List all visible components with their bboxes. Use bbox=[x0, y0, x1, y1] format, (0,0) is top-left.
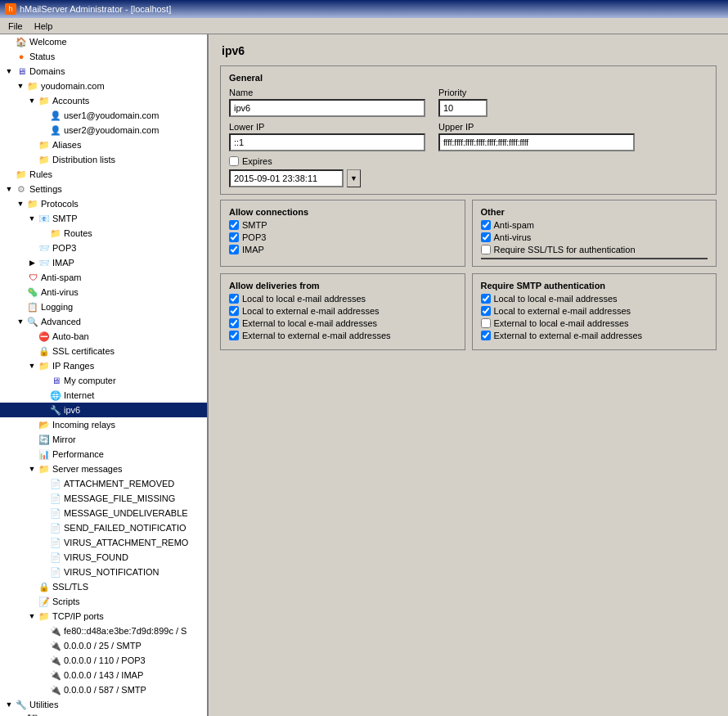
tree-node-imap[interactable]: ▶ 📨 IMAP bbox=[0, 255, 207, 270]
upper-ip-input[interactable] bbox=[438, 133, 635, 151]
req-ext-local-checkbox[interactable] bbox=[481, 318, 491, 328]
tree-node-settings[interactable]: ▼ ⚙ Settings bbox=[0, 182, 207, 196]
tree-node-pop3[interactable]: 📨 POP3 bbox=[0, 241, 207, 255]
tree-node-port2[interactable]: 🔌 0.0.0.0 / 25 / SMTP bbox=[0, 638, 207, 653]
tree-node-port3[interactable]: 🔌 0.0.0.0 / 110 / POP3 bbox=[0, 653, 207, 668]
tree-node-backup[interactable]: 💾 Backup bbox=[0, 712, 207, 716]
tree-node-ssl[interactable]: 🔒 SSL/TLS bbox=[0, 579, 207, 594]
content-panel: ipv6 General Name Priority bbox=[209, 34, 728, 716]
expand-settings[interactable]: ▼ bbox=[3, 185, 15, 193]
require-ssl-checkbox[interactable] bbox=[481, 245, 491, 254]
expand-advanced[interactable]: ▼ bbox=[15, 317, 26, 326]
expand-tcpports[interactable]: ▼ bbox=[26, 612, 38, 620]
deliver-ext-local-checkbox[interactable] bbox=[229, 318, 239, 328]
tcpports-icon: 📁 bbox=[38, 610, 51, 623]
label-autoban: Auto-ban bbox=[52, 331, 89, 341]
content-header: ipv6 bbox=[212, 38, 725, 61]
pop3-checkbox[interactable] bbox=[229, 232, 239, 242]
expand-send-fail bbox=[38, 524, 49, 532]
req-local-local-checkbox[interactable] bbox=[481, 294, 491, 304]
tree-node-smtp[interactable]: ▼ 📧 SMTP bbox=[0, 211, 207, 226]
antispam-checkbox[interactable] bbox=[481, 220, 491, 230]
expires-checkbox[interactable] bbox=[229, 156, 239, 166]
tree-node-virus-notif[interactable]: 📄 VIRUS_NOTIFICATION bbox=[0, 565, 207, 579]
deliver-ext-ext-checkbox[interactable] bbox=[229, 331, 239, 340]
tree-node-accounts[interactable]: ▼ 📁 Accounts bbox=[0, 93, 207, 108]
expand-imap[interactable]: ▶ bbox=[26, 259, 38, 267]
tree-node-port5[interactable]: 🔌 0.0.0.0 / 587 / SMTP bbox=[0, 682, 207, 697]
menu-file[interactable]: File bbox=[3, 20, 28, 32]
datetime-input[interactable] bbox=[229, 169, 344, 187]
tree-node-mirror[interactable]: 🔄 Mirror bbox=[0, 432, 207, 447]
tree-node-tcpports[interactable]: ▼ 📁 TCP/IP ports bbox=[0, 609, 207, 624]
tree-node-antispam[interactable]: 🛡 Anti-spam bbox=[0, 270, 207, 285]
tree-node-servermsg[interactable]: ▼ 📁 Server messages bbox=[0, 462, 207, 476]
tree-node-protocols[interactable]: ▼ 📁 Protocols bbox=[0, 196, 207, 211]
datetime-picker-button[interactable]: ▼ bbox=[347, 169, 361, 187]
tree-node-utilities[interactable]: ▼ 🔧 Utilities bbox=[0, 697, 207, 712]
tree-node-welcome[interactable]: 🏠 Welcome bbox=[0, 34, 207, 49]
tree-node-routes[interactable]: 📁 Routes bbox=[0, 226, 207, 241]
expand-port5 bbox=[38, 686, 49, 694]
tree-node-youdomain[interactable]: ▼ 📁 youdomain.com bbox=[0, 79, 207, 93]
tree-node-ipranges[interactable]: ▼ 📁 IP Ranges bbox=[0, 358, 207, 373]
tree-node-att-removed[interactable]: 📄 ATTACHMENT_REMOVED bbox=[0, 476, 207, 491]
tree-node-rules[interactable]: 📁 Rules bbox=[0, 167, 207, 182]
label-msg-undel: MESSAGE_UNDELIVERABLE bbox=[64, 508, 188, 518]
expand-smtp[interactable]: ▼ bbox=[26, 214, 38, 223]
tree-node-virus-found[interactable]: 📄 VIRUS_FOUND bbox=[0, 550, 207, 565]
expand-accounts[interactable]: ▼ bbox=[26, 97, 38, 105]
tree-node-msg-undel[interactable]: 📄 MESSAGE_UNDELIVERABLE bbox=[0, 506, 207, 520]
tree-node-user1[interactable]: 👤 user1@youdomain.com bbox=[0, 108, 207, 123]
ipv6-icon: 🔧 bbox=[49, 403, 62, 417]
tree-node-advanced[interactable]: ▼ 🔍 Advanced bbox=[0, 314, 207, 329]
req-ext-ext-checkbox[interactable] bbox=[481, 331, 491, 340]
deliver-local-local-label: Local to local e-mail addresses bbox=[242, 294, 366, 304]
tree-node-user2[interactable]: 👤 user2@youdomain.com bbox=[0, 123, 207, 137]
tree-node-antivirus[interactable]: 🦠 Anti-virus bbox=[0, 285, 207, 299]
tree-node-logging[interactable]: 📋 Logging bbox=[0, 299, 207, 314]
tree-node-msg-missing[interactable]: 📄 MESSAGE_FILE_MISSING bbox=[0, 491, 207, 506]
imap-checkbox[interactable] bbox=[229, 245, 239, 254]
expand-servermsg[interactable]: ▼ bbox=[26, 465, 38, 473]
name-input[interactable] bbox=[229, 99, 425, 117]
tree-node-ipv6[interactable]: 🔧 ipv6 bbox=[0, 403, 207, 417]
tree-node-distlists[interactable]: 📁 Distribution lists bbox=[0, 152, 207, 167]
tree-node-sslcerts[interactable]: 🔒 SSL certificates bbox=[0, 344, 207, 358]
tree-node-aliases[interactable]: 📁 Aliases bbox=[0, 137, 207, 152]
tree-node-internet[interactable]: 🌐 Internet bbox=[0, 388, 207, 403]
req-local-ext-checkbox[interactable] bbox=[481, 306, 491, 316]
expand-ipranges[interactable]: ▼ bbox=[26, 362, 38, 370]
port4-icon: 🔌 bbox=[49, 669, 62, 682]
tree-node-increlays[interactable]: 📂 Incoming relays bbox=[0, 417, 207, 432]
tree-node-status[interactable]: ● Status bbox=[0, 49, 207, 64]
accounts-icon: 📁 bbox=[38, 94, 51, 107]
expand-protocols[interactable]: ▼ bbox=[15, 200, 26, 208]
expand-domains[interactable]: ▼ bbox=[3, 67, 15, 75]
antivirus-checkbox[interactable] bbox=[481, 232, 491, 242]
require-smtp-title: Require SMTP authentication bbox=[481, 281, 708, 290]
expand-utilities[interactable]: ▼ bbox=[3, 700, 15, 709]
tree-node-port1[interactable]: 🔌 fe80::d48a:e3be:7d9d:899c / S bbox=[0, 624, 207, 638]
lower-ip-input[interactable] bbox=[229, 133, 425, 151]
tree-node-performance[interactable]: 📊 Performance bbox=[0, 447, 207, 462]
tree-node-send-fail[interactable]: 📄 SEND_FAILED_NOTIFICATIO bbox=[0, 520, 207, 535]
smtp-checkbox[interactable] bbox=[229, 220, 239, 230]
priority-input[interactable] bbox=[438, 99, 488, 117]
tree-node-mycomputer[interactable]: 🖥 My computer bbox=[0, 373, 207, 388]
tree-node-domains[interactable]: ▼ 🖥 Domains bbox=[0, 64, 207, 79]
expand-youdomain[interactable]: ▼ bbox=[15, 82, 26, 90]
expand-distlists bbox=[26, 155, 38, 164]
tree-node-scripts[interactable]: 📝 Scripts bbox=[0, 594, 207, 609]
tree-node-virus-att[interactable]: 📄 VIRUS_ATTACHMENT_REMO bbox=[0, 535, 207, 550]
menu-help[interactable]: Help bbox=[29, 20, 58, 32]
virus-found-icon: 📄 bbox=[49, 551, 62, 564]
name-label: Name bbox=[229, 88, 425, 97]
deliver-local-local-checkbox[interactable] bbox=[229, 294, 239, 304]
tree-node-autoban[interactable]: ⛔ Auto-ban bbox=[0, 329, 207, 344]
deliver-local-ext-checkbox[interactable] bbox=[229, 306, 239, 316]
label-ipranges: IP Ranges bbox=[52, 361, 94, 371]
lower-ip-label: Lower IP bbox=[229, 122, 425, 132]
increlays-icon: 📂 bbox=[38, 418, 51, 431]
tree-node-port4[interactable]: 🔌 0.0.0.0 / 143 / IMAP bbox=[0, 668, 207, 682]
